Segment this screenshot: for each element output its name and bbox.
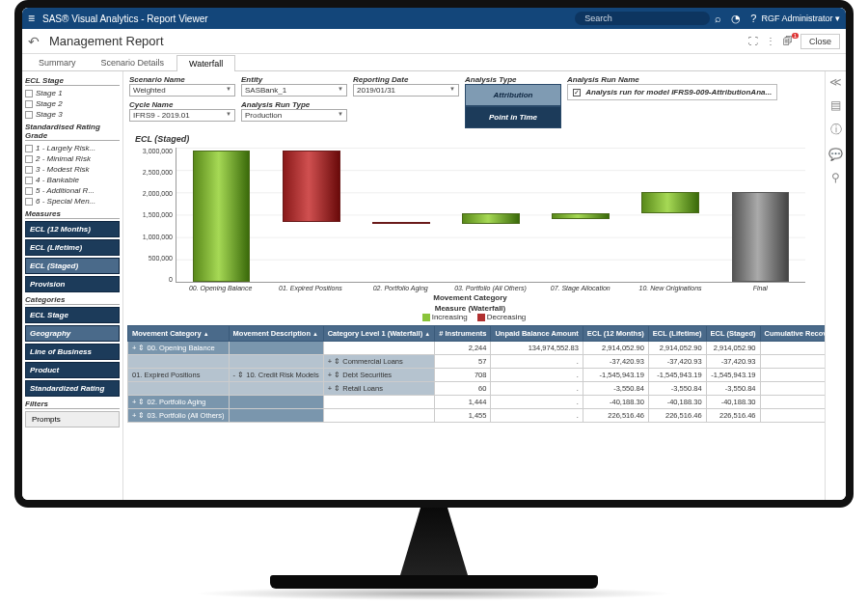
monitor-frame: ≡ SAS® Visual Analytics - Report Viewer … — [14, 0, 854, 508]
table-header[interactable]: ECL (Staged) — [706, 326, 760, 342]
grade-title: Standardised Rating Grade — [25, 123, 120, 141]
entity-select[interactable]: SASBank_1 — [241, 84, 347, 97]
checkbox-row[interactable]: 1 - Largely Risk... — [25, 143, 120, 153]
help-icon[interactable]: ? — [750, 13, 756, 24]
checkbox-row[interactable]: 5 - Additional R... — [25, 185, 120, 196]
repdate-select[interactable]: 2019/01/31 — [353, 84, 459, 97]
chart-bar — [641, 192, 699, 213]
table-row[interactable]: + ⇕ 00. Opening Balance2,244134,974,552.… — [128, 342, 826, 355]
notifications-icon[interactable]: ◔ — [731, 13, 741, 25]
y-axis: 3,000,0002,500,0002,000,0001,500,0001,00… — [135, 148, 176, 283]
analysis-run-checkbox[interactable]: ✓ — [573, 89, 581, 97]
table-header[interactable]: # Instruments — [435, 326, 491, 342]
user-menu[interactable]: RGF Administrator ▾ — [761, 14, 840, 23]
back-icon[interactable]: ↶ — [28, 34, 40, 49]
analysis-type-pit[interactable]: Point in Time — [465, 106, 561, 128]
filter-bar: Scenario Name Weighted Cycle Name IFRS9 … — [123, 71, 825, 132]
category-button[interactable]: Product — [25, 362, 120, 378]
page-title: Management Report — [49, 34, 164, 48]
x-axis-title: Movement Category — [135, 293, 805, 302]
left-panel: ECL Stage Stage 1Stage 2Stage 3 Standard… — [22, 71, 123, 500]
checkbox-row[interactable]: Stage 3 — [25, 109, 120, 120]
right-rail: ≪ ▤ ⓘ 💬 ⚲ — [825, 71, 846, 500]
cycle-select[interactable]: IFRS9 - 2019.01 — [129, 109, 235, 122]
chart-bar — [193, 151, 251, 282]
report-header: ↶ Management Report ⛶ ⋮ 🗐1 Close — [22, 29, 846, 54]
category-button[interactable]: Standardized Rating — [25, 380, 120, 397]
ecl-stage-title: ECL Stage — [25, 76, 120, 86]
menu-icon[interactable]: ≡ — [28, 12, 35, 25]
runtype-select[interactable]: Production — [241, 109, 347, 122]
x-axis: 00. Opening Balance01. Expired Positions… — [176, 283, 805, 291]
measures-title: Measures — [25, 209, 120, 219]
checkbox-row[interactable]: 6 - Special Men... — [25, 196, 120, 207]
analysis-type-attribution[interactable]: Attribution — [465, 84, 561, 106]
table-header[interactable]: Category Level 1 (Waterfall) ▲ — [323, 326, 435, 342]
app-title: SAS® Visual Analytics - Report Viewer — [42, 14, 208, 24]
data-table-wrap: Movement Category ▲Movement Description … — [123, 325, 825, 500]
table-header[interactable]: Movement Description ▲ — [229, 326, 323, 342]
filter-icon[interactable]: ⚲ — [831, 171, 840, 184]
analysis-run-box: ✓ Analysis run for model IFRS9-009-Attri… — [567, 84, 777, 100]
tab-scenario-details[interactable]: Scenario Details — [89, 54, 177, 70]
table-row[interactable]: + ⇕ 02. Portfolio Aging1,444.-40,188.30-… — [128, 396, 826, 409]
checkbox-row[interactable]: 4 - Bankable — [25, 175, 120, 185]
measure-button[interactable]: Provision — [25, 276, 120, 292]
data-table: Movement Category ▲Movement Description … — [127, 325, 825, 423]
category-button[interactable]: ECL Stage — [25, 307, 120, 323]
table-header[interactable]: Movement Category ▲ — [128, 326, 230, 342]
table-row[interactable]: + ⇕ Commercial Loans57.-37,420.93-37,420… — [128, 355, 826, 369]
tab-waterfall[interactable]: Waterfall — [176, 55, 235, 71]
search-input[interactable]: Search — [575, 12, 710, 25]
measure-button[interactable]: ECL (Staged) — [25, 258, 120, 274]
table-header[interactable]: ECL (Lifetime) — [648, 326, 706, 342]
measure-button[interactable]: ECL (Lifetime) — [25, 239, 120, 256]
measure-button[interactable]: ECL (12 Months) — [25, 221, 120, 237]
chart-bar — [372, 222, 430, 224]
search-icon[interactable]: ⌕ — [715, 13, 721, 24]
category-button[interactable]: Line of Business — [25, 344, 120, 360]
comment-icon[interactable]: 💬 — [828, 148, 843, 161]
monitor-shadow — [193, 587, 675, 600]
checkbox-row[interactable]: Stage 1 — [25, 88, 120, 98]
chart-area: ECL (Staged) 3,000,0002,500,0002,000,000… — [123, 132, 825, 325]
table-header[interactable]: Cumulative Recovery Amount — [760, 326, 825, 342]
report-tabs: Summary Scenario Details Waterfall — [22, 54, 846, 71]
chart-bar — [732, 192, 790, 282]
prompts-button[interactable]: Prompts — [25, 411, 120, 428]
more-icon[interactable]: ⋮ — [766, 36, 775, 46]
categories-title: Categories — [25, 295, 120, 305]
chart-legend: Measure (Waterfall) Increasing Decreasin… — [135, 304, 805, 321]
scenario-select[interactable]: Weighted — [129, 84, 235, 97]
chart-bar — [462, 213, 520, 224]
table-header[interactable]: ECL (12 Months) — [583, 326, 648, 342]
tab-summary[interactable]: Summary — [26, 54, 89, 70]
collapse-icon[interactable]: ≪ — [829, 75, 842, 89]
chart-bar — [283, 151, 340, 222]
info-icon[interactable]: ⓘ — [830, 122, 842, 138]
chart-title: ECL (Staged) — [135, 134, 805, 144]
app-topbar: ≡ SAS® Visual Analytics - Report Viewer … — [22, 8, 846, 29]
table-row[interactable]: + ⇕ Retail Loans60.-3,550.84-3,550.84-3,… — [128, 382, 826, 396]
category-button[interactable]: Geography — [25, 325, 120, 342]
clipboard-icon[interactable]: 🗐1 — [783, 36, 793, 46]
checkbox-row[interactable]: Stage 2 — [25, 98, 120, 109]
checkbox-row[interactable]: 2 - Minimal Risk — [25, 153, 120, 164]
close-button[interactable]: Close — [800, 34, 840, 49]
chart-plot — [176, 148, 805, 283]
filters-title: Filters — [25, 400, 120, 409]
chart-bar — [552, 213, 610, 219]
expand-icon[interactable]: ⛶ — [748, 36, 758, 46]
screen: ≡ SAS® Visual Analytics - Report Viewer … — [22, 8, 846, 500]
main-content: Scenario Name Weighted Cycle Name IFRS9 … — [123, 71, 825, 500]
table-header[interactable]: Unpaid Balance Amount — [491, 326, 583, 342]
table-row[interactable]: + ⇕ 03. Portfolio (All Others)1,455.226,… — [128, 409, 826, 423]
table-row[interactable]: 01. Expired Positions- ⇕ 10. Credit Risk… — [128, 369, 826, 382]
detail-icon[interactable]: ▤ — [830, 98, 841, 112]
checkbox-row[interactable]: 3 - Modest Risk — [25, 164, 120, 175]
monitor-stand — [366, 508, 502, 575]
